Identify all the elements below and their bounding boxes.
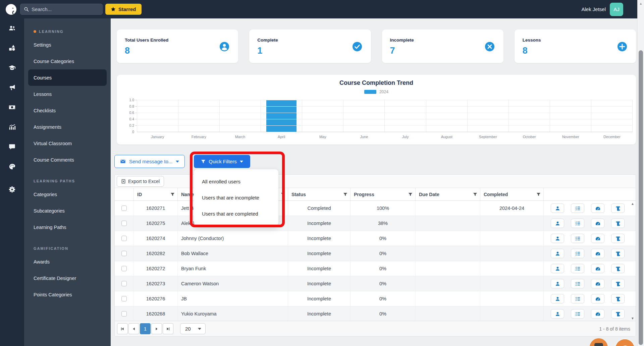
scroll-action-button[interactable]	[611, 204, 625, 213]
row-checkbox[interactable]	[121, 311, 127, 316]
sidebar-item-awards[interactable]: Awards	[24, 253, 111, 270]
user-action-button[interactable]	[551, 294, 564, 303]
sidebar-item-points-categories[interactable]: Points Categories	[24, 286, 111, 303]
gauge-action-button[interactable]	[591, 309, 604, 319]
filter-funnel-icon[interactable]	[281, 192, 285, 196]
checklist-action-button[interactable]	[571, 219, 584, 228]
row-checkbox[interactable]	[121, 296, 127, 301]
checklist-action-button[interactable]	[571, 204, 584, 213]
scroll-action-button[interactable]	[611, 279, 625, 288]
search-input[interactable]	[32, 6, 99, 12]
menu-item-users-that-are-incomplete[interactable]: Users that are incomplete	[194, 189, 278, 206]
first-page-button[interactable]	[117, 323, 128, 334]
user-action-button[interactable]	[551, 279, 564, 288]
quick-filters-button[interactable]: Quick Filters	[194, 155, 250, 168]
scroll-action-button[interactable]	[611, 249, 625, 258]
scroll-up-arrow[interactable]: ▲	[638, 2, 644, 5]
user-action-button[interactable]	[551, 249, 564, 258]
scrollbar-thumb[interactable]	[639, 50, 643, 345]
checklist-action-button[interactable]	[571, 309, 584, 319]
scroll-action-button[interactable]	[611, 294, 625, 303]
starred-button[interactable]: Starred	[105, 4, 142, 15]
checklist-action-button[interactable]	[571, 234, 584, 243]
sidebar-item-course-categories[interactable]: Course Categories	[24, 53, 111, 69]
prev-page-button[interactable]	[128, 323, 139, 334]
checklist-action-button[interactable]	[571, 294, 584, 303]
export-excel-button[interactable]: Export to Excel	[117, 176, 164, 187]
rail-item-graduation-cap[interactable]	[5, 61, 19, 74]
gauge-action-button[interactable]	[591, 234, 604, 243]
row-checkbox[interactable]	[121, 221, 127, 226]
sidebar-item-courses[interactable]: Courses	[28, 69, 107, 86]
rail-item-palette[interactable]	[5, 160, 19, 173]
sidebar-item-virtual-classroom[interactable]: Virtual Classroom	[24, 135, 111, 152]
next-page-button[interactable]	[151, 323, 162, 334]
filter-funnel-icon[interactable]	[473, 192, 477, 196]
user-action-button[interactable]	[551, 309, 564, 319]
checklist-action-button[interactable]	[571, 264, 584, 273]
table-scroll-down-arrow[interactable]: ▼	[631, 317, 634, 320]
send-message-button[interactable]: Send message to...	[114, 155, 185, 168]
table-scroll-up-arrow[interactable]: ▲	[631, 202, 634, 206]
filter-funnel-icon[interactable]	[408, 192, 413, 196]
chart-column-may	[302, 100, 343, 132]
filter-funnel-icon[interactable]	[536, 192, 541, 196]
user-action-button[interactable]	[551, 204, 564, 213]
sidebar-item-subcategories[interactable]: Subcategories	[24, 203, 111, 219]
user-action-button[interactable]	[551, 219, 564, 228]
sidebar-item-categories[interactable]: Categories	[24, 186, 111, 203]
scroll-action-button[interactable]	[611, 264, 625, 273]
bar-april[interactable]	[266, 100, 297, 132]
gauge-action-button[interactable]	[591, 219, 604, 228]
rail-item-reports[interactable]	[5, 120, 19, 134]
gauge-action-button[interactable]	[591, 264, 604, 273]
row-checkbox[interactable]	[121, 281, 127, 286]
rail-item-chat[interactable]	[5, 140, 19, 154]
gauge-action-button[interactable]	[591, 204, 604, 213]
header-cell-id[interactable]: ID	[134, 188, 178, 200]
user-action-button[interactable]	[551, 234, 564, 243]
rail-item-shapes[interactable]	[5, 41, 19, 55]
filter-funnel-icon[interactable]	[343, 192, 347, 196]
row-checkbox[interactable]	[121, 266, 127, 271]
brand-fab[interactable]	[615, 339, 634, 346]
app-logo[interactable]	[5, 3, 17, 16]
avatar[interactable]: AJ	[610, 3, 623, 16]
row-checkbox[interactable]	[121, 206, 127, 211]
sidebar-item-settings[interactable]: Settings	[24, 37, 111, 53]
page-size-select[interactable]: 20	[180, 323, 206, 334]
scroll-action-button[interactable]	[611, 309, 625, 319]
header-cell-completed[interactable]: Completed	[480, 188, 544, 200]
scroll-action-button[interactable]	[611, 234, 625, 243]
page-1-button[interactable]: 1	[140, 323, 151, 334]
rail-item-megaphone[interactable]	[5, 81, 19, 94]
gauge-action-button[interactable]	[591, 249, 604, 258]
row-checkbox[interactable]	[121, 251, 127, 256]
last-page-button[interactable]	[163, 323, 173, 334]
filter-funnel-icon[interactable]	[170, 192, 175, 196]
funnel-icon	[201, 159, 206, 164]
row-checkbox[interactable]	[121, 236, 127, 241]
scroll-action-button[interactable]	[611, 219, 625, 228]
sidebar-item-certificate-designer[interactable]: Certificate Designer	[24, 270, 111, 286]
user-action-button[interactable]	[551, 264, 564, 273]
header-cell-progress[interactable]: Progress	[351, 188, 416, 200]
gauge-action-button[interactable]	[591, 279, 604, 288]
checklist-action-button[interactable]	[571, 279, 584, 288]
gauge-icon	[595, 311, 600, 316]
header-cell-due-date[interactable]: Due Date	[416, 188, 480, 200]
sidebar-item-checklists[interactable]: Checklists	[24, 102, 111, 119]
rail-item-money[interactable]	[5, 101, 19, 114]
checklist-action-button[interactable]	[571, 249, 584, 258]
header-cell-status[interactable]: Status	[288, 188, 351, 200]
menu-item-users-that-are-completed[interactable]: Users that are completed	[194, 206, 278, 222]
sidebar-item-lessons[interactable]: Lessons	[24, 86, 111, 102]
rail-item-gear[interactable]	[5, 183, 19, 196]
sidebar-item-learning-paths[interactable]: Learning Paths	[24, 219, 111, 235]
menu-item-all-enrolled-users[interactable]: All enrolled users	[194, 173, 278, 189]
gauge-action-button[interactable]	[591, 294, 604, 303]
rail-item-users[interactable]	[5, 21, 19, 35]
sidebar-item-assignments[interactable]: Assignments	[24, 119, 111, 135]
cell-completed	[480, 306, 544, 321]
sidebar-item-course-comments[interactable]: Course Comments	[24, 152, 111, 168]
